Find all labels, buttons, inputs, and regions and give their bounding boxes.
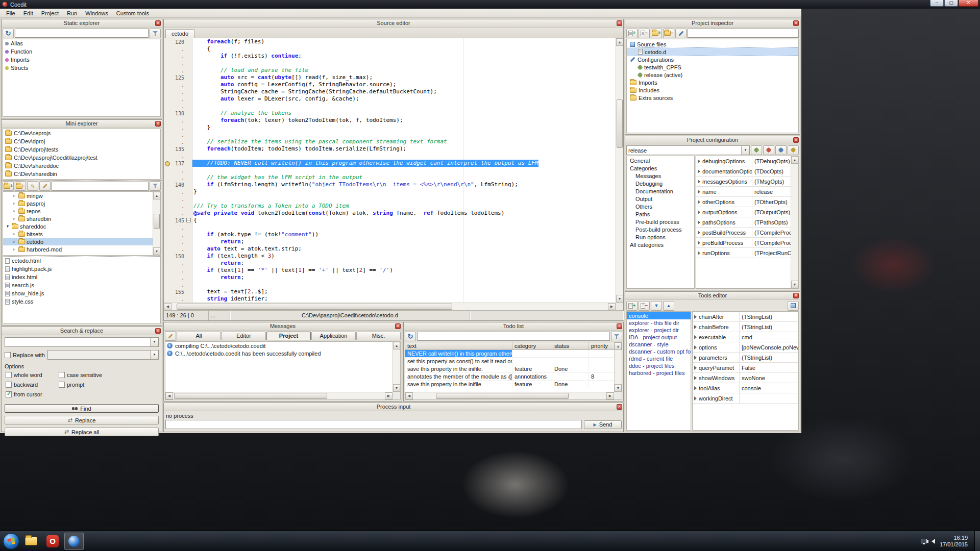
option-prompt[interactable]: prompt <box>59 381 158 388</box>
favorite-folder-item[interactable]: C:\Dev\ceprojs <box>3 129 160 137</box>
property-value[interactable]: (TOutputOpts) <box>752 207 791 217</box>
expand-icon[interactable] <box>694 315 697 319</box>
expand-icon[interactable] <box>694 335 697 339</box>
close-icon[interactable]: × <box>155 20 161 26</box>
message-item[interactable]: iC:\...\cetodo\cetodo.coedit has been su… <box>165 349 393 357</box>
code-line[interactable]: . <box>164 60 616 67</box>
chevron-down-icon[interactable]: ▼ <box>150 338 158 346</box>
code-line[interactable]: 150 if (text.length < 3) <box>164 253 616 260</box>
option-from-cursor[interactable]: from cursor <box>6 391 57 398</box>
messages-tab-all[interactable]: All <box>177 332 221 340</box>
scrollbar-track[interactable] <box>413 392 606 399</box>
todo-row[interactable]: save this property in the inifile.featur… <box>405 365 622 373</box>
replace-term-combo[interactable]: ▼ <box>47 350 159 360</box>
symbol-item[interactable]: Imports <box>3 56 160 64</box>
code-line[interactable]: .@safe private void token2TodoItem(const… <box>164 210 616 217</box>
file-item[interactable]: show_hide.js <box>3 289 160 297</box>
property-row[interactable]: parameters(TStringList) <box>693 353 798 363</box>
code-text[interactable]: auto text = atok.text.strip; <box>192 245 302 253</box>
code-line[interactable]: 130 // analyze the tokens <box>164 110 616 117</box>
checkbox[interactable] <box>59 372 65 378</box>
config-category-pre-build-process[interactable]: Pre-build process <box>627 218 694 226</box>
code-text[interactable]: } <box>192 188 197 195</box>
code-text[interactable]: // analyze the tokens <box>192 110 291 117</box>
code-line[interactable]: 155 text = text[2..$]; <box>164 288 616 295</box>
code-text[interactable]: auto lexer = DLexer(src, config, &cache)… <box>192 95 359 103</box>
close-icon[interactable]: × <box>155 328 161 334</box>
property-row[interactable]: chainAfter(TStringList) <box>693 312 798 322</box>
expand-icon[interactable] <box>698 190 700 194</box>
scrollbar-thumb[interactable] <box>154 214 160 229</box>
code-text[interactable]: if (text.length < 3) <box>192 253 275 260</box>
todo-row[interactable]: save this property in the inifile.featur… <box>405 381 622 388</box>
scroll-up-icon[interactable]: ▲ <box>616 38 623 46</box>
favorite-folder-item[interactable]: C:\Dev\pasproj\Coedit\lazproj\test <box>3 154 160 162</box>
file-item[interactable]: index.html <box>3 273 160 281</box>
favorite-folder-item[interactable]: C:\Dev\sharedbin <box>3 170 160 178</box>
expand-icon[interactable] <box>694 366 697 370</box>
property-value[interactable]: (TProjectRunO <box>752 248 791 258</box>
expand-icon[interactable]: ▹ <box>12 209 17 213</box>
property-row[interactable]: otherOptions(TOtherOpts) <box>696 197 791 207</box>
tree-item[interactable]: ▹bitsets <box>3 230 153 238</box>
code-text[interactable]: @safe private void token2TodoItem(const(… <box>192 210 504 217</box>
expand-icon[interactable] <box>698 180 700 184</box>
property-value[interactable]: False <box>740 363 798 372</box>
code-line[interactable]: . // serialize the items using the pasca… <box>164 138 616 145</box>
property-value[interactable]: release <box>752 187 791 196</box>
property-value[interactable]: (TStringList) <box>740 353 798 362</box>
code-text[interactable]: foreach(tok; lexer) token2TodoItem(tok, … <box>192 117 403 124</box>
property-value[interactable]: cmd <box>740 332 798 342</box>
project-tree-item[interactable]: Configurations <box>627 56 798 63</box>
option-whole-word[interactable]: whole word <box>6 371 57 379</box>
project-tree-item[interactable]: Imports <box>627 79 798 86</box>
checkbox[interactable] <box>6 382 12 388</box>
scroll-left-icon[interactable]: ◀ <box>164 303 172 310</box>
config-category-general[interactable]: General <box>627 157 694 165</box>
expand-icon[interactable]: ▹ <box>12 193 17 198</box>
chevron-down-icon[interactable]: ▼ <box>741 146 749 155</box>
property-value[interactable]: console <box>740 383 798 393</box>
scrollbar-track[interactable] <box>153 199 160 247</box>
property-value[interactable]: (TDocOpts) <box>752 166 791 176</box>
scroll-up-icon[interactable]: ▲ <box>791 156 798 164</box>
code-text[interactable]: //TODO: NEVER call writeln() in this pro… <box>192 160 538 167</box>
code-line[interactable]: 135 foreach(todoItem; todoItems) todoIte… <box>164 145 616 153</box>
scroll-right-icon[interactable]: ▶ <box>385 392 393 399</box>
code-line[interactable]: . return; <box>164 274 616 281</box>
checkbox[interactable] <box>59 382 65 388</box>
expand-icon[interactable] <box>698 231 700 235</box>
code-text[interactable]: auto config = LexerConfig(f, StringBehav… <box>192 81 396 88</box>
code-text[interactable] <box>192 103 197 110</box>
property-value[interactable]: (TOtherOpts) <box>752 197 791 207</box>
todo-column-category[interactable]: category <box>512 342 552 349</box>
scroll-down-icon[interactable]: ▼ <box>615 384 622 392</box>
editor-horizontal-scrollbar[interactable]: ◀ ▶ <box>164 303 616 310</box>
code-text[interactable] <box>192 281 197 288</box>
code-text[interactable]: foreach(todoItem; todoItems) todoItem.se… <box>192 145 406 153</box>
project-settings-button[interactable] <box>675 29 687 38</box>
config-category-documentation[interactable]: Documentation <box>627 188 694 195</box>
favorite-folder-item[interactable]: C:\Dev\dproj <box>3 137 160 145</box>
property-row[interactable]: preBuildProcess(TCompileProc <box>696 238 791 248</box>
scroll-down-icon[interactable]: ▼ <box>791 281 798 288</box>
expand-icon[interactable]: ▹ <box>12 201 17 206</box>
scrollbar-thumb[interactable] <box>436 393 569 399</box>
messages-tab-editor[interactable]: Editor <box>222 332 266 340</box>
file-item[interactable]: search.js <box>3 281 160 289</box>
code-line[interactable]: . if (atok.type != (tok!"comment")) <box>164 231 616 238</box>
code-text[interactable]: if (text[1] == '*' || text[1] == '+' || … <box>192 267 393 274</box>
add-source-button[interactable]: + <box>626 29 638 38</box>
move-tool-down-button[interactable]: ▼ <box>651 301 662 311</box>
property-value[interactable]: (TStringList) <box>740 312 798 321</box>
send-button[interactable]: ▶Send <box>584 420 622 429</box>
tool-item[interactable]: dscanner - custom opt for file <box>627 348 691 355</box>
config-category-messages[interactable]: Messages <box>627 172 694 180</box>
todo-column-text[interactable]: text <box>405 342 512 349</box>
configuration-scrollbar[interactable]: ▲▼ <box>791 156 798 288</box>
refresh-todos-button[interactable]: ↻ <box>405 332 416 341</box>
checkbox[interactable] <box>5 352 11 358</box>
code-text[interactable]: auto src = cast(ubyte[]) read(f, size_t.… <box>192 74 373 81</box>
expand-icon[interactable] <box>694 345 697 349</box>
minimize-icon[interactable]: – <box>930 0 944 7</box>
